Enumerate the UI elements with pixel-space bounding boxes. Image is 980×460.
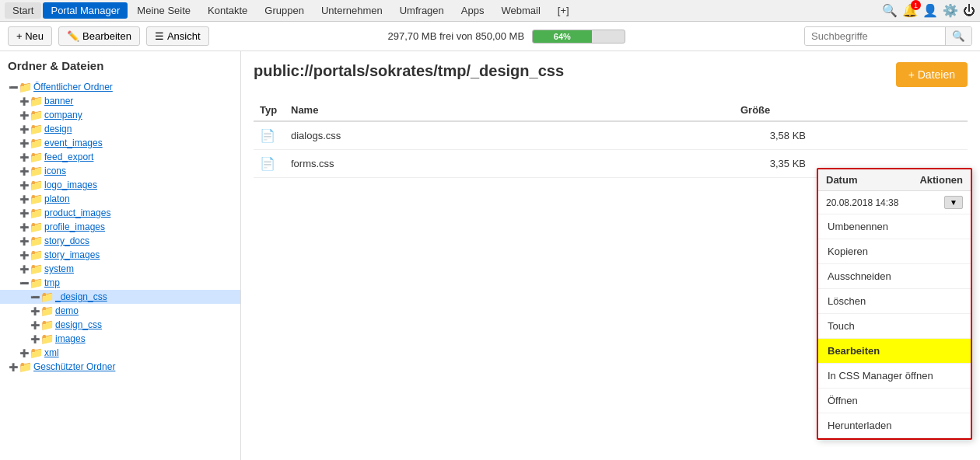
action-item-css-manager[interactable]: In CSS Manager öffnen (818, 364, 971, 389)
tree-label-icons[interactable]: icons (44, 166, 66, 176)
tree-item-story-docs[interactable]: ➕ 📁 story_docs (0, 234, 240, 248)
search-bar[interactable]: 🔍 (804, 26, 972, 46)
tree-item-design-css-selected[interactable]: ➖ 📁 _design_css (0, 290, 240, 304)
nav-gruppen[interactable]: Gruppen (257, 2, 312, 19)
tree-item-xml[interactable]: ➕ 📁 xml (0, 346, 240, 360)
edit-button[interactable]: ✏️ Bearbeiten (58, 26, 140, 46)
add-file-button[interactable]: + Dateien (896, 62, 968, 87)
tree-toggle-profile-images[interactable]: ➕ (19, 221, 30, 232)
tree-toggle-event-images[interactable]: ➕ (19, 138, 30, 148)
tree-label-event-images[interactable]: event_images (44, 138, 103, 148)
nav-more[interactable]: [+] (550, 2, 577, 19)
tree-item-profile-images[interactable]: ➕ 📁 profile_images (0, 220, 240, 234)
settings-icon[interactable]: ⚙️ (943, 3, 958, 18)
tree-label-system[interactable]: system (44, 263, 74, 274)
tree-toggle-story-docs[interactable]: ➕ (19, 235, 30, 246)
tree-toggle-xml[interactable]: ➕ (19, 347, 30, 358)
tree-item-tmp[interactable]: ➖ 📁 tmp (0, 276, 240, 290)
tree-label-xml[interactable]: xml (44, 347, 59, 358)
action-item-copy[interactable]: Kopieren (818, 239, 971, 264)
tree-toggle-product-images[interactable]: ➕ (19, 207, 30, 218)
tree-item-design-css2[interactable]: ➕ 📁 design_css (0, 318, 240, 332)
tree-label-story-images[interactable]: story_images (44, 249, 100, 260)
search-input[interactable] (805, 27, 945, 45)
search-submit-button[interactable]: 🔍 (945, 27, 971, 45)
tree-label-platon[interactable]: platon (44, 193, 70, 204)
tree-label-logo-images[interactable]: logo_images (44, 179, 97, 190)
action-item-open[interactable]: Öffnen (818, 389, 971, 413)
file-name-forms: forms.css (285, 150, 734, 178)
tree-label-feed-export[interactable]: feed_export (44, 152, 93, 162)
tree-item-platon[interactable]: ➕ 📁 platon (0, 192, 240, 206)
tree-item-company[interactable]: ➕ 📁 company (0, 108, 240, 122)
action-item-rename[interactable]: Umbenennen (818, 214, 971, 239)
tree-toggle-geschutzter[interactable]: ➕ (8, 361, 19, 372)
tree-label-offentlicher[interactable]: Öffentlicher Ordner (33, 82, 113, 92)
action-item-touch[interactable]: Touch (818, 314, 971, 339)
tree-item-design[interactable]: ➕ 📁 design (0, 122, 240, 136)
folder-icon-product-images: 📁 (30, 207, 42, 218)
tree-toggle-story-images[interactable]: ➕ (19, 249, 30, 260)
tree-label-banner[interactable]: banner (44, 96, 73, 106)
tree-label-product-images[interactable]: product_images (44, 207, 110, 218)
tree-toggle-design-css[interactable]: ➖ (30, 291, 40, 302)
action-item-download[interactable]: Herunterladen (818, 413, 971, 438)
tree-item-story-images[interactable]: ➕ 📁 story_images (0, 248, 240, 262)
tree-item-system[interactable]: ➕ 📁 system (0, 262, 240, 276)
tree-label-profile-images[interactable]: profile_images (44, 221, 105, 232)
nav-webmail[interactable]: Webmail (493, 2, 548, 19)
tree-toggle-images[interactable]: ➕ (30, 333, 40, 344)
action-item-cut[interactable]: Ausschneiden (818, 264, 971, 289)
tree-toggle-system[interactable]: ➕ (19, 263, 30, 274)
nav-portal-manager[interactable]: Portal Manager (43, 2, 128, 19)
tree-toggle-design-css2[interactable]: ➕ (30, 319, 40, 330)
tree-item-product-images[interactable]: ➕ 📁 product_images (0, 206, 240, 220)
tree-label-design-css2[interactable]: design_css (55, 319, 102, 330)
tree-toggle-company[interactable]: ➕ (19, 110, 30, 120)
tree-label-tmp[interactable]: tmp (44, 277, 60, 288)
tree-label-images[interactable]: images (55, 333, 86, 344)
tree-label-company[interactable]: company (44, 110, 82, 120)
action-item-edit[interactable]: Bearbeiten (818, 339, 971, 364)
nav-umfragen[interactable]: Umfragen (392, 2, 452, 19)
tree-toggle-logo-images[interactable]: ➕ (19, 179, 30, 190)
user-icon[interactable]: 👤 (922, 3, 938, 18)
table-row[interactable]: 📄 dialogs.css 3,58 KB (254, 121, 968, 150)
nav-start[interactable]: Start (5, 2, 41, 19)
tree-label-demo[interactable]: demo (55, 305, 79, 316)
tree-item-geschutzter[interactable]: ➕ 📁 Geschützter Ordner (0, 360, 240, 374)
tree-item-icons[interactable]: ➕ 📁 icons (0, 164, 240, 178)
nav-apps[interactable]: Apps (453, 2, 492, 19)
tree-label-design-css-selected[interactable]: _design_css (55, 291, 107, 302)
tree-item-offentlicher[interactable]: ➖ 📁 Öffentlicher Ordner (0, 80, 240, 94)
tree-toggle-tmp[interactable]: ➖ (19, 277, 30, 288)
tree-item-logo-images[interactable]: ➕ 📁 logo_images (0, 178, 240, 192)
folder-icon-story-docs: 📁 (30, 235, 42, 246)
tree-label-geschutzter[interactable]: Geschützter Ordner (33, 361, 115, 372)
nav-kontakte[interactable]: Kontakte (200, 2, 255, 19)
tree-toggle-feed-export[interactable]: ➕ (19, 152, 30, 162)
tree-toggle-design[interactable]: ➕ (19, 124, 30, 134)
nav-meine-seite[interactable]: Meine Seite (129, 2, 198, 19)
folder-icon-icons: 📁 (30, 166, 42, 176)
tree-toggle-offentlicher[interactable]: ➖ (8, 82, 19, 92)
view-button[interactable]: ☰ Ansicht (146, 26, 209, 46)
tree-item-banner[interactable]: ➕ 📁 banner (0, 94, 240, 108)
tree-label-design[interactable]: design (44, 124, 72, 134)
tree-item-demo[interactable]: ➕ 📁 demo (0, 304, 240, 318)
tree-toggle-banner[interactable]: ➕ (19, 96, 30, 106)
nav-unternehmen[interactable]: Unternehmen (313, 2, 390, 19)
tree-toggle-demo[interactable]: ➕ (30, 305, 40, 316)
tree-item-feed-export[interactable]: ➕ 📁 feed_export (0, 150, 240, 164)
search-icon[interactable]: 🔍 (882, 3, 898, 18)
tree-toggle-icons[interactable]: ➕ (19, 166, 30, 176)
tree-toggle-platon[interactable]: ➕ (19, 193, 30, 204)
logout-icon[interactable]: ⏻ (963, 4, 975, 18)
tree-item-event-images[interactable]: ➕ 📁 event_images (0, 136, 240, 150)
action-item-delete[interactable]: Löschen (818, 289, 971, 314)
dropdown-arrow-button[interactable]: ▼ (944, 196, 963, 209)
notification-icon[interactable]: 🔔1 (902, 3, 918, 18)
new-button[interactable]: + Neu (8, 26, 52, 46)
tree-item-images[interactable]: ➕ 📁 images (0, 332, 240, 346)
tree-label-story-docs[interactable]: story_docs (44, 235, 89, 246)
